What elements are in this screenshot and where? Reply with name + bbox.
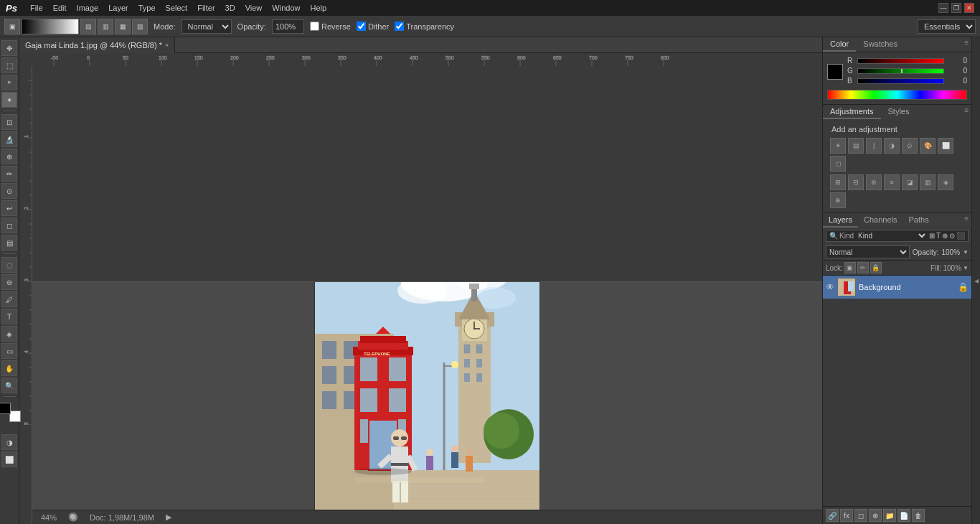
adj-brightness[interactable]: ☀ xyxy=(830,138,846,154)
tool-path-select[interactable]: ◈ xyxy=(1,326,17,342)
adj-invert[interactable]: ⊛ xyxy=(866,174,882,190)
adj-color-lookup[interactable]: ⊟ xyxy=(848,174,864,190)
adj-curves[interactable]: ∫ xyxy=(866,138,882,154)
reverse-checkbox[interactable] xyxy=(310,22,319,31)
menu-item-help[interactable]: Help xyxy=(306,2,331,14)
adj-extra[interactable]: ⊕ xyxy=(830,192,846,208)
menu-item-layer[interactable]: Layer xyxy=(104,2,133,14)
filter-icon-1[interactable]: ⊞ xyxy=(929,232,935,240)
tool-type[interactable]: T xyxy=(1,309,17,324)
adj-panel-menu[interactable]: ≡ xyxy=(961,105,971,119)
adj-gradient-map[interactable]: ▥ xyxy=(920,174,936,190)
layer-visibility-icon[interactable]: 👁 xyxy=(826,282,834,292)
lock-position-btn[interactable]: ✏ xyxy=(857,262,869,273)
tool-pen[interactable]: 🖊 xyxy=(1,291,17,307)
tool-preset-btn-2[interactable] xyxy=(22,19,79,34)
tool-healing[interactable]: ⊕ xyxy=(1,149,17,164)
adj-threshold[interactable]: ◪ xyxy=(902,174,918,190)
adj-hsl[interactable]: 🎨 xyxy=(920,138,936,154)
adj-exposure[interactable]: ◑ xyxy=(884,138,900,154)
tool-gradient[interactable]: ▤ xyxy=(1,235,17,251)
color-fg-swatch[interactable] xyxy=(827,64,843,80)
background-color[interactable] xyxy=(9,411,21,422)
tool-preset-btn-6[interactable]: ▧ xyxy=(132,19,148,34)
menu-item-filter[interactable]: Filter xyxy=(193,2,219,14)
opacity-input[interactable] xyxy=(272,19,304,34)
tool-screen-mode[interactable]: ⬜ xyxy=(1,452,17,467)
status-arrow[interactable]: ▶ xyxy=(163,513,174,522)
menu-item-window[interactable]: Window xyxy=(268,2,304,14)
tool-shape[interactable]: ▭ xyxy=(1,343,17,359)
window-controls[interactable]: — ❐ ✕ xyxy=(938,3,974,13)
menu-item-file[interactable]: File xyxy=(26,2,47,14)
minimize-button[interactable]: — xyxy=(938,3,948,13)
filter-icon-3[interactable]: ⊕ xyxy=(942,232,948,240)
tool-preset-btn-4[interactable]: ▥ xyxy=(98,19,113,34)
tool-move[interactable]: ✥ xyxy=(1,40,17,56)
tool-marquee[interactable]: ⬚ xyxy=(1,57,17,73)
tool-quick-mask[interactable]: ◑ xyxy=(1,434,17,450)
layers-folder-btn[interactable]: 📁 xyxy=(883,509,896,522)
adj-channel-mixer[interactable]: ⊞ xyxy=(830,174,846,190)
layers-link-btn[interactable]: 🔗 xyxy=(826,509,839,522)
layers-delete-btn[interactable]: 🗑 xyxy=(912,509,925,522)
channels-tab[interactable]: Channels xyxy=(858,213,903,228)
canvas-scroll-area[interactable]: TELEPHONE xyxy=(32,282,822,510)
lock-all-btn[interactable]: 🔒 xyxy=(870,262,882,273)
tool-preset-btn-3[interactable]: ▤ xyxy=(80,19,96,34)
filter-icon-2[interactable]: T xyxy=(936,232,941,240)
menu-item-view[interactable]: View xyxy=(241,2,267,14)
document-tab[interactable]: Gaja mai Linda 1.jpg @ 44% (RGB/8) * × xyxy=(19,37,175,53)
dither-checkbox[interactable] xyxy=(357,22,366,31)
spectrum-bar[interactable] xyxy=(827,90,967,100)
tool-clone[interactable]: ⊙ xyxy=(1,183,17,199)
tool-blur[interactable]: ◌ xyxy=(1,257,17,273)
tool-eraser[interactable]: ◻ xyxy=(1,217,17,233)
adjustments-tab[interactable]: Adjustments xyxy=(823,105,881,119)
opacity-arrow[interactable]: ▼ xyxy=(963,249,969,256)
lock-pixels-btn[interactable]: ▣ xyxy=(844,262,856,273)
tool-dodge[interactable]: ⊖ xyxy=(1,274,17,290)
tool-history-brush[interactable]: ↩ xyxy=(1,200,17,216)
workspace-select[interactable]: Essentials xyxy=(918,19,976,34)
layers-adjustment-btn[interactable]: ⊕ xyxy=(869,509,882,522)
tool-preset-btn-1[interactable]: ▣ xyxy=(4,19,20,34)
layers-new-btn[interactable]: 📄 xyxy=(897,509,910,522)
layers-panel-menu[interactable]: ≡ xyxy=(961,213,971,228)
adj-cb[interactable]: ⬜ xyxy=(938,138,953,154)
panels-collapse-strip[interactable]: ◀ xyxy=(971,37,980,524)
color-panel-menu[interactable]: ≡ xyxy=(961,37,971,52)
tool-brush[interactable]: ✏ xyxy=(1,166,17,182)
adj-selective-color[interactable]: ◈ xyxy=(938,174,953,190)
restore-button[interactable]: ❐ xyxy=(951,3,961,13)
tool-hand[interactable]: ✋ xyxy=(1,360,17,376)
layers-fx-btn[interactable]: fx xyxy=(840,509,853,522)
layers-mask-btn[interactable]: ◻ xyxy=(854,509,867,522)
tool-eyedropper[interactable]: 🔬 xyxy=(1,131,17,147)
transparency-checkbox[interactable] xyxy=(395,22,404,31)
tool-magic-wand[interactable]: ✦ xyxy=(1,92,17,108)
tool-crop[interactable]: ⊡ xyxy=(1,114,17,130)
layers-tab[interactable]: Layers xyxy=(823,213,858,228)
close-button[interactable]: ✕ xyxy=(964,3,974,13)
adj-posterize[interactable]: ≡ xyxy=(884,174,900,190)
kind-select[interactable]: Kind xyxy=(855,231,928,240)
blend-mode-select[interactable]: Normal xyxy=(826,245,910,258)
color-tab[interactable]: Color xyxy=(823,37,856,52)
styles-tab[interactable]: Styles xyxy=(881,105,917,119)
tab-close-button[interactable]: × xyxy=(165,42,169,49)
tool-zoom[interactable]: 🔍 xyxy=(1,378,17,393)
filter-icon-4[interactable]: ⊙ xyxy=(949,232,955,240)
adj-levels[interactable]: ▤ xyxy=(848,138,864,154)
tool-preset-btn-5[interactable]: ▦ xyxy=(115,19,131,34)
menu-item-type[interactable]: Type xyxy=(134,2,160,14)
paths-tab[interactable]: Paths xyxy=(903,213,935,228)
layer-background[interactable]: 👁 Background 🔒 xyxy=(823,276,971,299)
filter-icon-5[interactable]: ⬛ xyxy=(956,232,965,240)
tool-lasso[interactable]: ⌖ xyxy=(1,75,17,90)
adj-photo-filter[interactable]: ◻ xyxy=(830,156,846,172)
swatches-tab[interactable]: Swatches xyxy=(856,37,905,52)
menu-item-edit[interactable]: Edit xyxy=(49,2,71,14)
mode-select[interactable]: Normal xyxy=(182,19,232,34)
menu-item-3d[interactable]: 3D xyxy=(221,2,240,14)
